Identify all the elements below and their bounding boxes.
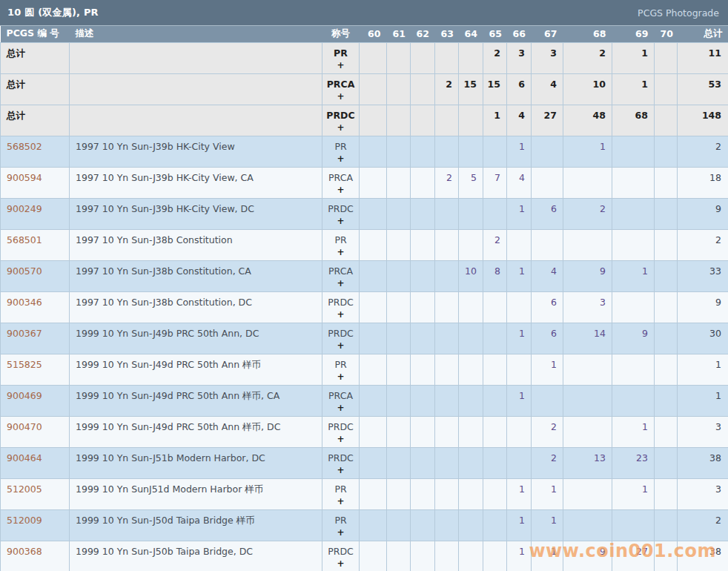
pcgs-number-link[interactable]: 568501 (7, 234, 42, 245)
table-row: 5120091999 10 Yn Sun-J50d Taipa Bridge 样… (1, 509, 728, 541)
grade-65-count-cell[interactable]: 7 (483, 167, 507, 198)
table-row: 9003671999 10 Yn Sun-J49b PRC 50th Ann, … (1, 323, 728, 354)
grade-69-count-cell[interactable]: 1 (612, 260, 655, 291)
pcgs-number-link[interactable]: 900368 (7, 546, 42, 557)
grade-66-count-cell[interactable]: 1 (507, 541, 532, 571)
pcgs-number-link[interactable]: 900570 (7, 265, 42, 277)
designation-cell: PRCA+ (322, 385, 360, 416)
grade-66-count-cell[interactable]: 1 (507, 136, 532, 167)
grade-67-count-cell (532, 385, 563, 416)
photograde-link[interactable]: PCGS Photograde (638, 7, 719, 19)
grade-67-count-cell[interactable]: 6 (532, 291, 563, 323)
pcgs-number-link[interactable]: 515825 (7, 359, 42, 370)
grade-69-count-cell (612, 229, 655, 260)
grade-67-count-cell: 4 (532, 73, 563, 105)
grade-61-count-cell (387, 478, 411, 509)
grade-67-count-cell[interactable]: 1 (532, 478, 563, 509)
grade-64-count-cell (459, 323, 483, 354)
designation-cell: PR+ (322, 354, 360, 385)
grade-66-count-cell[interactable]: 1 (507, 260, 532, 291)
grade-67-count-cell[interactable]: 2 (532, 447, 563, 478)
pcgs-number-link[interactable]: 900470 (7, 421, 42, 432)
grade-64-count-cell[interactable]: 10 (459, 260, 483, 291)
description-cell (70, 73, 322, 105)
designation-label: PR (334, 483, 346, 495)
row-total-cell: 38 (678, 541, 728, 571)
grade-68-count-cell[interactable]: 2 (563, 198, 612, 229)
grade-63-count-cell (435, 385, 459, 416)
designation-plus-label: + (322, 340, 359, 352)
grade-68-count-cell[interactable]: 13 (563, 447, 612, 478)
grade-65-count-cell[interactable]: 2 (483, 229, 507, 260)
grade-70-count-cell (655, 73, 678, 105)
grade-68-count-cell[interactable]: 14 (563, 323, 612, 354)
grade-67-count-cell[interactable]: 1 (532, 354, 563, 385)
grade-66-count-cell[interactable]: 1 (507, 198, 532, 229)
grade-69-count-cell[interactable]: 23 (612, 447, 655, 478)
table-row: 9004641999 10 Yn Sun-J51b Modern Harbor,… (1, 447, 728, 478)
pcgs-number-link[interactable]: 900469 (7, 390, 42, 401)
grade-67-count-cell[interactable]: 6 (532, 198, 563, 229)
pcgs-number-link[interactable]: 900594 (7, 172, 42, 183)
designation-label: PRCA (327, 79, 355, 90)
designation-plus-label: + (322, 402, 359, 415)
grade-67-count-cell[interactable]: 6 (532, 323, 563, 354)
pcgs-number-link[interactable]: 568502 (7, 141, 42, 152)
grade-63-count-cell[interactable]: 2 (435, 167, 459, 198)
grade-63-count-cell (435, 509, 459, 541)
grade-64-count-cell (459, 478, 483, 509)
designation-cell: PR+ (322, 136, 360, 167)
grade-67-count-cell[interactable]: 1 (532, 541, 563, 571)
grade-68-count-cell[interactable]: 9 (563, 260, 612, 291)
grade-67-count-cell[interactable]: 2 (532, 416, 563, 447)
grade-67-count-cell[interactable]: 1 (532, 509, 563, 541)
grade-65-count-cell (483, 385, 507, 416)
table-row: 5685011997 10 Yn Sun-J38b ConstitutionPR… (1, 229, 728, 260)
pcgs-number-cell: 512005 (1, 478, 70, 509)
grade-69-count-cell[interactable]: 9 (612, 323, 655, 354)
pcgs-number-link[interactable]: 512005 (7, 483, 42, 495)
grade-63-count-cell (435, 323, 459, 354)
pcgs-number-link[interactable]: 512009 (7, 515, 42, 526)
grade-68-count-cell[interactable]: 1 (563, 136, 612, 167)
pcgs-number-link[interactable]: 900464 (7, 452, 42, 463)
description-cell: 1999 10 Yn Sun-J49d PRC 50th Ann 样币, CA (70, 385, 322, 416)
designation-label: PR (334, 234, 346, 245)
designation-cell: PRDC+ (322, 541, 360, 571)
grade-70-count-cell (655, 167, 678, 198)
pcgs-number-link[interactable]: 900249 (7, 203, 42, 214)
pcgs-number-cell: 568502 (1, 136, 70, 167)
designation-cell: PRDC+ (322, 198, 360, 229)
grade-66-count-cell[interactable]: 1 (507, 323, 532, 354)
grade-60-count-cell (360, 323, 387, 354)
grade-62-count-cell (411, 198, 435, 229)
grade-64-count-cell (459, 105, 483, 136)
grade-66-count-cell[interactable]: 1 (507, 385, 532, 416)
grade-64-count-cell[interactable]: 5 (459, 167, 483, 198)
table-row: 5685021997 10 Yn Sun-J39b HK-City ViewPR… (1, 136, 728, 167)
grade-63-count-cell (435, 447, 459, 478)
grade-69-count-cell[interactable]: 27 (612, 541, 655, 571)
pcgs-number-link[interactable]: 900367 (7, 328, 42, 339)
grade-69-count-cell[interactable]: 1 (612, 416, 655, 447)
grade-60-count-cell (360, 291, 387, 323)
grade-65-count-cell (483, 291, 507, 323)
grade-70-count-cell (655, 541, 678, 571)
table-row: 9003681999 10 Yn Sun-J50b Taipa Bridge, … (1, 541, 728, 571)
grade-68-count-cell[interactable]: 9 (563, 541, 612, 571)
grade-66-count-cell[interactable]: 1 (507, 509, 532, 541)
grade-66-count-cell[interactable]: 1 (507, 478, 532, 509)
description-cell (70, 42, 322, 73)
grade-67-count-cell: 3 (532, 42, 563, 73)
grade-68-count-cell (563, 229, 612, 260)
grade-64-count-cell: 15 (459, 73, 483, 105)
pcgs-number-link[interactable]: 900346 (7, 297, 42, 308)
grade-65-count-cell[interactable]: 8 (483, 260, 507, 291)
grade-62-count-cell (411, 478, 435, 509)
grade-67-count-cell[interactable]: 4 (532, 260, 563, 291)
grade-68-count-cell[interactable]: 3 (563, 291, 612, 323)
designation-plus-label: + (322, 371, 359, 383)
grade-69-count-cell[interactable]: 1 (612, 478, 655, 509)
grade-69-count-cell (612, 354, 655, 385)
grade-66-count-cell[interactable]: 4 (507, 167, 532, 198)
